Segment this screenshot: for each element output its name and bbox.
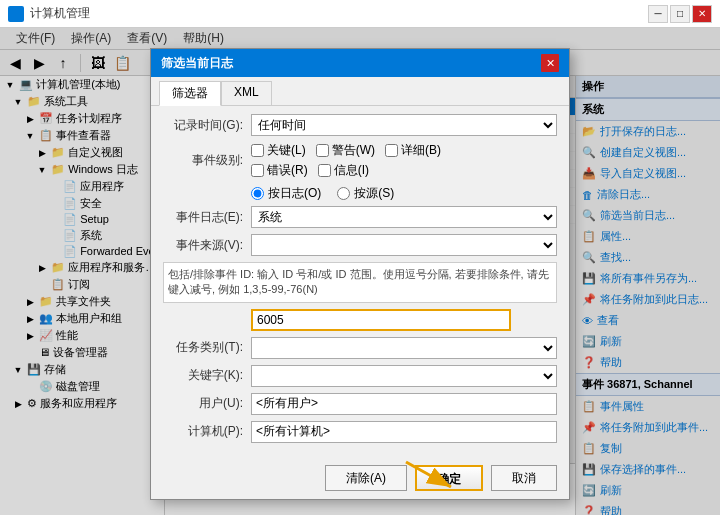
- bysource-radio[interactable]: [337, 187, 350, 200]
- bylog-radio[interactable]: [251, 187, 264, 200]
- user-input[interactable]: [251, 393, 557, 415]
- user-row: 用户(U):: [163, 393, 557, 415]
- log-select-row: 事件日志(E): 系统: [163, 206, 557, 228]
- warning-checkbox[interactable]: [316, 144, 329, 157]
- level-info-check[interactable]: 信息(I): [318, 162, 369, 179]
- radio-group: 按日志(O) 按源(S): [251, 185, 394, 202]
- computer-label-field: 计算机(P):: [163, 423, 243, 440]
- app-title: 计算机管理: [30, 5, 648, 22]
- computer-input[interactable]: [251, 421, 557, 443]
- close-button[interactable]: ✕: [692, 5, 712, 23]
- verbose-checkbox[interactable]: [385, 144, 398, 157]
- time-label: 记录时间(G):: [163, 117, 243, 134]
- radio-bysource[interactable]: 按源(S): [337, 185, 394, 202]
- modal-tabs: 筛选器 XML: [151, 77, 569, 106]
- event-id-description: 包括/排除事件 ID: 输入 ID 号和/或 ID 范围。使用逗号分隔, 若要排…: [163, 262, 557, 303]
- critical-label: 关键(L): [267, 142, 306, 159]
- level-row: 事件级别: 关键(L) 警告(W) 详细(B): [163, 142, 557, 179]
- tab-xml[interactable]: XML: [221, 81, 272, 105]
- time-row: 记录时间(G): 任何时间: [163, 114, 557, 136]
- level-verbose-check[interactable]: 详细(B): [385, 142, 441, 159]
- svg-line-1: [406, 462, 451, 487]
- window-controls: ─ □ ✕: [648, 5, 712, 23]
- time-select[interactable]: 任何时间: [251, 114, 557, 136]
- critical-checkbox[interactable]: [251, 144, 264, 157]
- title-bar: 计算机管理 ─ □ ✕: [0, 0, 720, 28]
- info-checkbox[interactable]: [318, 164, 331, 177]
- cancel-button[interactable]: 取消: [491, 465, 557, 491]
- modal-close-button[interactable]: ✕: [541, 54, 559, 72]
- task-select[interactable]: [251, 337, 557, 359]
- modal-footer-wrapper: 清除(A) 确定 取消: [151, 457, 569, 499]
- error-checkbox[interactable]: [251, 164, 264, 177]
- level-warning-check[interactable]: 警告(W): [316, 142, 375, 159]
- modal-footer: 清除(A) 确定 取消: [151, 457, 569, 499]
- level-error-check[interactable]: 错误(R): [251, 162, 308, 179]
- eventid-input[interactable]: [251, 309, 511, 331]
- radio-row: 按日志(O) 按源(S): [163, 185, 557, 202]
- error-label: 错误(R): [267, 162, 308, 179]
- task-row: 任务类别(T):: [163, 337, 557, 359]
- computer-row: 计算机(P):: [163, 421, 557, 443]
- user-label-field: 用户(U):: [163, 395, 243, 412]
- modal-title: 筛选当前日志: [161, 55, 233, 72]
- minimize-button[interactable]: ─: [648, 5, 668, 23]
- keyword-row: 关键字(K):: [163, 365, 557, 387]
- source-label: 事件来源(V):: [163, 237, 243, 254]
- arrow-indicator: [401, 457, 461, 497]
- log-select[interactable]: 系统: [251, 206, 557, 228]
- source-row: 事件来源(V):: [163, 234, 557, 256]
- task-label: 任务类别(T):: [163, 339, 243, 356]
- level-label: 事件级别:: [163, 152, 243, 169]
- warning-label: 警告(W): [332, 142, 375, 159]
- filter-modal: 筛选当前日志 ✕ 筛选器 XML 记录时间(G): 任何时间 事件级别:: [150, 48, 570, 500]
- modal-body: 记录时间(G): 任何时间 事件级别: 关键(L): [151, 106, 569, 457]
- tab-filter[interactable]: 筛选器: [159, 81, 221, 106]
- level-checkboxes: 关键(L) 警告(W) 详细(B): [251, 142, 441, 179]
- level-critical-check[interactable]: 关键(L): [251, 142, 306, 159]
- eventid-row: [163, 309, 557, 331]
- app-icon: [8, 6, 24, 22]
- modal-overlay: 筛选当前日志 ✕ 筛选器 XML 记录时间(G): 任何时间 事件级别:: [0, 28, 720, 515]
- log-label: 事件日志(E):: [163, 209, 243, 226]
- modal-title-bar: 筛选当前日志 ✕: [151, 49, 569, 77]
- verbose-label: 详细(B): [401, 142, 441, 159]
- source-select[interactable]: [251, 234, 557, 256]
- info-label: 信息(I): [334, 162, 369, 179]
- maximize-button[interactable]: □: [670, 5, 690, 23]
- keyword-select[interactable]: [251, 365, 557, 387]
- clear-button[interactable]: 清除(A): [325, 465, 407, 491]
- keyword-label: 关键字(K):: [163, 367, 243, 384]
- radio-bylog[interactable]: 按日志(O): [251, 185, 321, 202]
